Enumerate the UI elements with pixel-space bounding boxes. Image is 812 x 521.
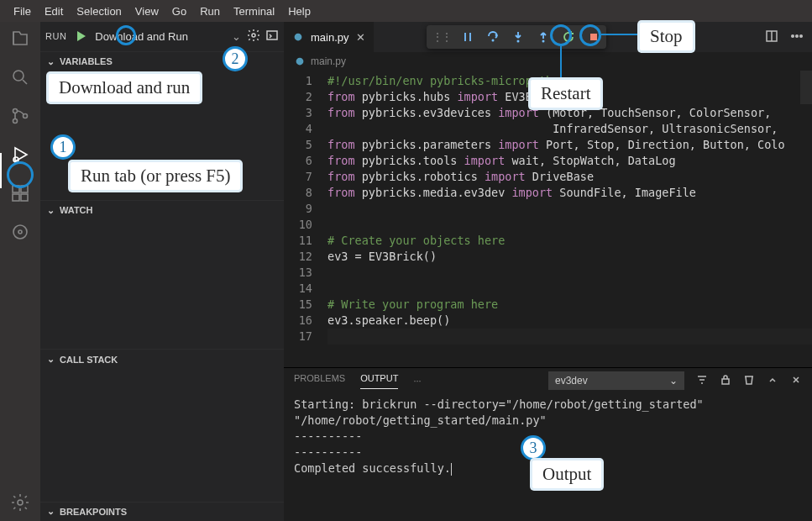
split-editor-icon[interactable] [765, 29, 778, 45]
chevron-down-icon: ⌄ [47, 354, 55, 365]
svg-point-19 [492, 39, 495, 42]
menu-run[interactable]: Run [193, 5, 227, 18]
drag-handle-icon[interactable]: ⋮⋮ [432, 30, 450, 44]
clear-icon[interactable] [743, 374, 755, 387]
pause-button[interactable] [460, 29, 475, 45]
menu-terminal[interactable]: Terminal [227, 5, 281, 18]
chevron-up-icon[interactable] [767, 374, 778, 387]
output-channel-select[interactable]: ev3dev ⌄ [548, 371, 684, 390]
step-out-button[interactable] [536, 29, 551, 45]
start-debug-button[interactable] [71, 27, 90, 45]
run-label: RUN [45, 31, 66, 41]
svg-rect-24 [722, 379, 729, 384]
bottom-panel: PROBLEMS OUTPUT ··· ev3dev ⌄ Starting: b… [284, 367, 812, 521]
gear-icon[interactable] [247, 29, 260, 45]
panel-tabs: PROBLEMS OUTPUT ··· ev3dev ⌄ [284, 368, 812, 393]
svg-point-12 [252, 34, 255, 37]
section-callstack[interactable]: ⌄CALL STACK [40, 349, 284, 368]
svg-rect-6 [21, 186, 28, 192]
section-label: WATCH [60, 205, 93, 215]
python-file-icon [292, 31, 304, 43]
svg-point-1 [13, 109, 18, 113]
chevron-down-icon: ⌄ [47, 506, 55, 517]
breadcrumb[interactable]: main.py [284, 52, 812, 71]
close-panel-icon[interactable] [790, 374, 802, 387]
run-config-name[interactable]: Download and Run [95, 30, 225, 43]
annotation-callout-3: Output [532, 460, 601, 488]
chevron-down-icon: ⌄ [47, 56, 55, 67]
svg-point-21 [542, 40, 545, 43]
ev3-icon[interactable] [10, 222, 30, 242]
menu-selection[interactable]: Selection [70, 5, 128, 18]
debug-toolbar[interactable]: ⋮⋮ [427, 25, 606, 49]
watch-body [40, 219, 284, 349]
annotation-callout-1: Run tab (or press F5) [71, 162, 240, 190]
section-label: BREAKPOINTS [60, 507, 127, 517]
more-icon[interactable] [790, 29, 804, 45]
more-tabs-icon[interactable]: ··· [413, 376, 421, 386]
close-tab-icon[interactable]: ✕ [356, 31, 365, 44]
annotation-badge-1: 1 [50, 134, 76, 160]
stop-button[interactable] [586, 29, 601, 45]
svg-point-16 [792, 34, 794, 37]
svg-point-17 [796, 34, 799, 37]
step-into-button[interactable] [511, 29, 526, 45]
chevron-down-icon: ⌄ [669, 375, 678, 387]
activity-bar [0, 22, 40, 521]
svg-rect-22 [590, 34, 597, 40]
step-over-button[interactable] [485, 29, 500, 45]
annotation-badge-3: 3 [521, 435, 546, 460]
python-file-icon [294, 55, 306, 67]
svg-rect-7 [13, 194, 19, 201]
code-editor[interactable]: 1234567891011121314151617 #!/usr/bin/env… [284, 71, 812, 367]
menu-file[interactable]: File [7, 5, 38, 18]
search-icon[interactable] [10, 67, 30, 87]
svg-point-14 [295, 34, 302, 41]
svg-rect-8 [21, 194, 28, 201]
tab-main-py[interactable]: main.py ✕ [284, 22, 374, 52]
annotation-connector [560, 46, 562, 78]
extensions-icon[interactable] [10, 183, 30, 203]
annotation-callout-2: Download and run [49, 74, 200, 102]
source-control-icon[interactable] [10, 106, 30, 126]
callstack-body [40, 369, 284, 502]
menu-edit[interactable]: Edit [38, 5, 70, 18]
menubar[interactable]: FileEditSelectionViewGoRunTerminalHelp [0, 0, 812, 22]
annotation-callout-stop: Stop [640, 23, 693, 50]
section-breakpoints[interactable]: ⌄BREAKPOINTS [40, 502, 284, 521]
run-debug-icon[interactable] [10, 145, 30, 165]
svg-point-11 [18, 500, 23, 505]
menu-view[interactable]: View [128, 5, 165, 18]
output-body[interactable]: Starting: brickrun --directory="/home/ro… [284, 393, 812, 521]
explorer-icon[interactable] [10, 29, 30, 49]
problems-tab[interactable]: PROBLEMS [294, 373, 345, 388]
code-content[interactable]: #!/usr/bin/env pybricks-micropythonfrom … [327, 71, 812, 367]
svg-point-23 [296, 58, 304, 66]
svg-point-20 [517, 40, 520, 43]
config-dropdown-icon[interactable]: ⌄ [230, 30, 242, 43]
filter-icon[interactable] [696, 374, 708, 387]
svg-point-2 [13, 119, 18, 124]
cursor [451, 463, 452, 476]
run-header: RUN Download and Run ⌄ [40, 22, 284, 51]
debug-console-icon[interactable] [265, 29, 279, 45]
svg-point-18 [800, 34, 803, 37]
settings-icon[interactable] [10, 492, 30, 513]
tab-label: main.py [311, 31, 349, 44]
chevron-down-icon: ⌄ [47, 205, 55, 216]
active-indicator [0, 153, 2, 188]
menu-go[interactable]: Go [165, 5, 193, 18]
output-tab[interactable]: OUTPUT [360, 373, 398, 389]
breadcrumb-label: main.py [311, 55, 346, 67]
menu-help[interactable]: Help [281, 5, 317, 18]
minimap[interactable] [800, 71, 812, 104]
restart-button[interactable] [561, 29, 576, 45]
annotation-callout-restart: Restart [531, 80, 600, 108]
line-gutter: 1234567891011121314151617 [284, 71, 327, 367]
svg-point-9 [13, 225, 27, 239]
lock-icon[interactable] [720, 374, 731, 387]
output-text: Starting: brickrun --directory="/home/ro… [294, 397, 710, 475]
section-watch[interactable]: ⌄WATCH [40, 200, 284, 219]
section-label: VARIABLES [60, 56, 113, 66]
svg-rect-5 [13, 186, 19, 192]
